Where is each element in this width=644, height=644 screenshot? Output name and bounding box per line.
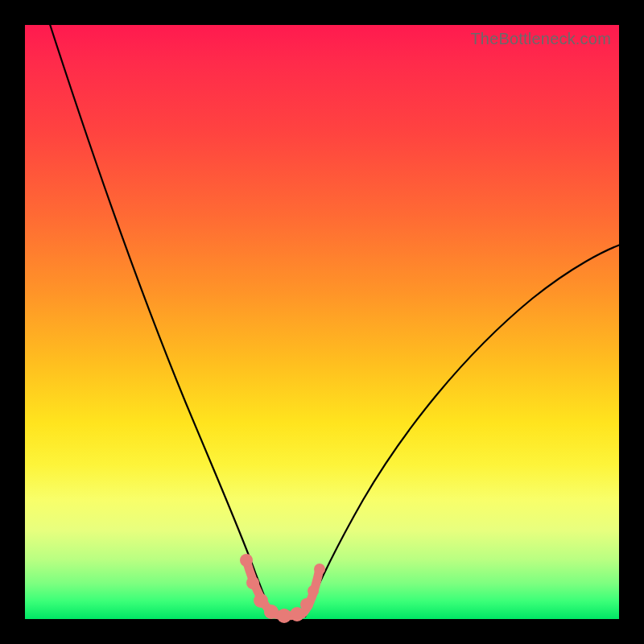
bead-dot <box>246 576 259 589</box>
bead-dot <box>290 607 304 621</box>
plot-area: TheBottleneck.com <box>25 25 619 619</box>
bead-dot <box>308 585 319 597</box>
curve-layer <box>25 25 619 619</box>
bead-dot <box>314 564 325 575</box>
chart-frame: TheBottleneck.com <box>0 0 644 644</box>
bead-dot <box>254 593 268 608</box>
right-curve <box>305 244 622 617</box>
bead-dot <box>300 598 313 611</box>
bead-dot <box>240 554 253 567</box>
left-curve <box>47 17 273 617</box>
bead-dot <box>264 605 279 619</box>
bead-dot <box>277 609 291 623</box>
